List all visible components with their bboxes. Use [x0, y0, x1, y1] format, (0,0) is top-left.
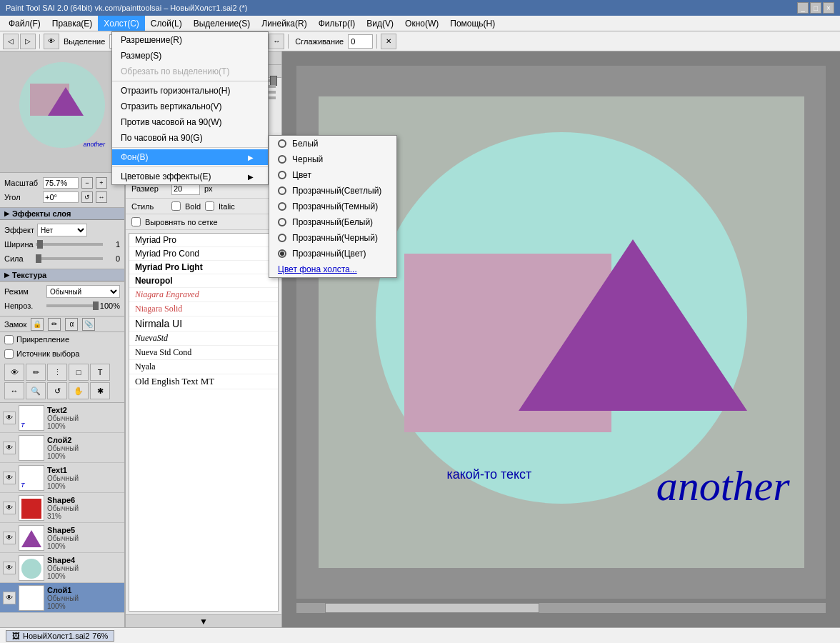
flip-h-btn[interactable]: ↔: [269, 34, 284, 49]
menu-background[interactable]: Фон(B) ▶: [112, 149, 268, 165]
menu-resolution[interactable]: Разрешение(R): [112, 32, 268, 48]
layer-shape6-eye[interactable]: 👁: [3, 502, 16, 514]
layer-sloy2[interactable]: 👁 Слой2 Обычный 100%: [0, 433, 124, 463]
menu-edit[interactable]: Правка(E): [46, 16, 99, 31]
tool-icon-2[interactable]: ✏: [26, 364, 46, 381]
menu-filter[interactable]: Фильтр(I): [313, 16, 361, 31]
force-slider[interactable]: [36, 257, 103, 260]
menu-view[interactable]: Вид(V): [361, 16, 399, 31]
bg-color[interactable]: Цвет: [269, 167, 396, 183]
font-neuropol[interactable]: Neuropol: [129, 274, 278, 288]
layer-text1[interactable]: 👁 T Text1 Обычный 100%: [0, 463, 124, 493]
angle-reset-btn[interactable]: ↺: [81, 191, 93, 203]
angle-input[interactable]: [43, 191, 79, 203]
opacity-slider[interactable]: [46, 304, 97, 307]
scale-minus-btn[interactable]: −: [81, 177, 93, 189]
alpha-btn[interactable]: α: [65, 318, 78, 331]
menu-flip-h[interactable]: Отразить горизонтально(H): [112, 83, 268, 99]
menu-layer[interactable]: Слой(L): [145, 16, 188, 31]
font-niagara-engraved[interactable]: Niagara Engraved: [129, 288, 278, 302]
brush-thumb-1[interactable]: [270, 76, 277, 86]
layer-sloy1-eye[interactable]: 👁: [3, 592, 16, 604]
bg-canvas-color[interactable]: Цвет фона холста...: [269, 261, 396, 277]
bg-black[interactable]: Черный: [269, 151, 396, 167]
font-list-scroll-down[interactable]: ▼: [126, 614, 281, 627]
nav-back-btn[interactable]: ◁: [3, 34, 19, 49]
canvas-hscroll-thumb[interactable]: [325, 603, 539, 613]
menu-help[interactable]: Помощь(H): [444, 16, 501, 31]
layer-text1-eye[interactable]: 👁: [3, 472, 16, 484]
bg-trans-white[interactable]: Прозрачный(Белый): [269, 214, 396, 230]
font-nirmala-ui[interactable]: Nirmala UI: [129, 316, 278, 332]
bold-checkbox[interactable]: [171, 201, 181, 211]
nav-fwd-btn[interactable]: ▷: [20, 34, 36, 49]
effects-arrow[interactable]: ▶: [4, 210, 9, 217]
angle-flip-btn[interactable]: ↔: [96, 191, 107, 203]
pen-btn[interactable]: ✏: [48, 318, 61, 331]
scale-plus-btn[interactable]: +: [96, 177, 107, 189]
tool-icon-4[interactable]: □: [69, 364, 89, 381]
font-nuevastd[interactable]: NuevaStd: [129, 332, 278, 346]
menu-flip-v[interactable]: Отразить вертикально(V): [112, 99, 268, 114]
bg-trans-dark[interactable]: Прозрачный(Темный): [269, 199, 396, 214]
source-selection-checkbox[interactable]: [4, 349, 14, 359]
menu-window[interactable]: Окно(W): [399, 16, 444, 31]
menu-color-effects[interactable]: Цветовые эффекты(E) ▶: [112, 169, 268, 184]
menu-canvas[interactable]: Холст(C): [98, 16, 144, 31]
eye-btn[interactable]: 👁: [44, 34, 59, 49]
clip-btn[interactable]: 📎: [82, 318, 95, 331]
menu-ruler[interactable]: Линейка(R): [256, 16, 312, 31]
lock-btn[interactable]: 🔒: [31, 318, 44, 331]
attachment-checkbox[interactable]: [4, 335, 14, 344]
bg-white[interactable]: Белый: [269, 136, 396, 151]
menu-selection[interactable]: Выделение(S): [188, 16, 256, 31]
mode-dropdown[interactable]: Обычный: [46, 285, 120, 298]
smoothing-input[interactable]: [348, 34, 373, 49]
extra-btn[interactable]: ✕: [381, 34, 396, 49]
status-tab[interactable]: 🖼 НовыйХолст1.sai2 76%: [6, 630, 114, 642]
font-niagara-solid[interactable]: Niagara Solid: [129, 302, 278, 316]
font-myriad-pro[interactable]: Myriad Pro: [129, 234, 278, 247]
layer-shape4-eye[interactable]: 👁: [3, 562, 16, 574]
tool-icon-10[interactable]: ✱: [90, 382, 110, 399]
bg-trans-black[interactable]: Прозрачный(Черный): [269, 230, 396, 246]
width-slider[interactable]: [36, 243, 103, 246]
layer-sloy2-eye[interactable]: 👁: [3, 442, 16, 454]
font-old-english[interactable]: Old English Text MT: [129, 374, 278, 389]
tool-icon-5[interactable]: T: [90, 364, 110, 381]
layer-shape5-eye[interactable]: 👁: [3, 532, 16, 544]
font-list[interactable]: Myriad Pro Myriad Pro Cond Myriad Pro Li…: [129, 233, 279, 612]
menu-file[interactable]: Файл(F): [3, 16, 46, 31]
tool-icon-9[interactable]: ✋: [69, 382, 89, 399]
close-btn[interactable]: ×: [823, 2, 834, 14]
tool-icon-7[interactable]: 🔍: [26, 382, 46, 399]
lock-label: Замок: [4, 320, 26, 329]
layer-shape6[interactable]: 👁 Shape6 Обычный 31%: [0, 493, 124, 523]
menu-rotate-ccw[interactable]: Против часовой на 90(W): [112, 114, 268, 130]
font-nueva-std-cond[interactable]: Nueva Std Cond: [129, 346, 278, 360]
layer-text2-eye[interactable]: 👁: [3, 412, 16, 424]
layer-sloy1[interactable]: 👁 Слой1 Обычный 100%: [0, 583, 124, 613]
italic-checkbox[interactable]: [205, 201, 214, 211]
grid-align-checkbox[interactable]: [131, 217, 141, 226]
menu-rotate-cw[interactable]: По часовой на 90(G): [112, 130, 268, 146]
font-myriad-pro-light[interactable]: Myriad Pro Light: [129, 261, 278, 274]
bg-trans-color[interactable]: Прозрачный(Цвет): [269, 246, 396, 261]
texture-arrow[interactable]: ▶: [4, 271, 9, 279]
font-myriad-pro-cond[interactable]: Myriad Pro Cond: [129, 247, 278, 261]
maximize-btn[interactable]: □: [810, 2, 821, 14]
layer-shape5[interactable]: 👁 Shape5 Обычный 100%: [0, 523, 124, 553]
tool-icon-3[interactable]: ⋮: [47, 364, 67, 381]
tool-icon-6[interactable]: ↔: [4, 382, 24, 399]
scale-input[interactable]: [43, 177, 79, 189]
layer-text2[interactable]: 👁 T Text2 Обычный 100%: [0, 403, 124, 433]
menu-size[interactable]: Размер(S): [112, 48, 268, 64]
canvas-hscroll[interactable]: [296, 603, 826, 613]
bg-trans-light[interactable]: Прозрачный(Светлый): [269, 183, 396, 199]
tool-icon-1[interactable]: 👁: [4, 364, 24, 381]
font-nyala[interactable]: Nyala: [129, 360, 278, 374]
minimize-btn[interactable]: _: [797, 2, 809, 14]
layer-shape4[interactable]: 👁 Shape4 Обычный 100%: [0, 553, 124, 583]
tool-icon-8[interactable]: ↺: [47, 382, 67, 399]
effect-dropdown[interactable]: Нет: [37, 224, 87, 236]
